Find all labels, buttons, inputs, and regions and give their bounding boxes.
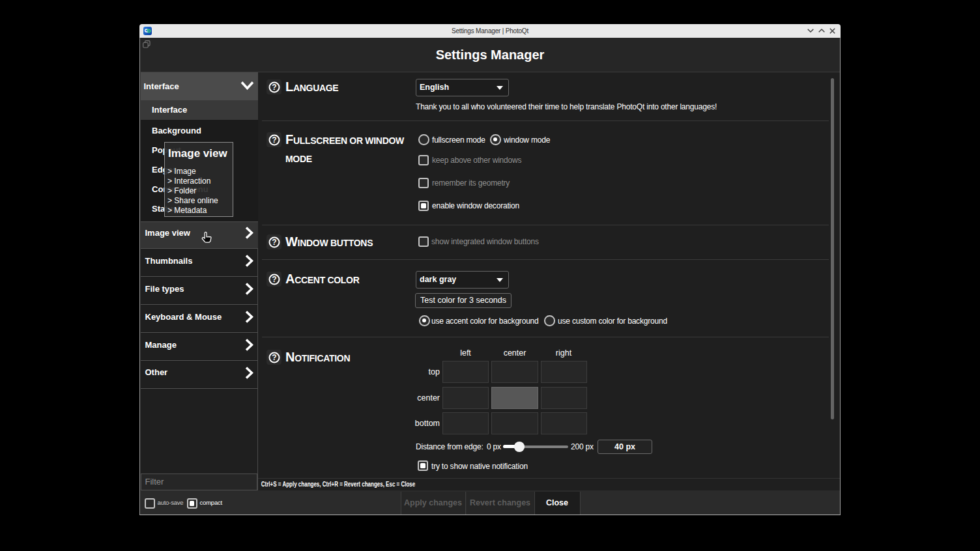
svg-text:?: ? — [272, 238, 276, 247]
svg-text:?: ? — [272, 83, 276, 92]
svg-text:?: ? — [272, 353, 276, 362]
svg-text:?: ? — [272, 275, 276, 284]
svg-text:?: ? — [272, 135, 276, 145]
